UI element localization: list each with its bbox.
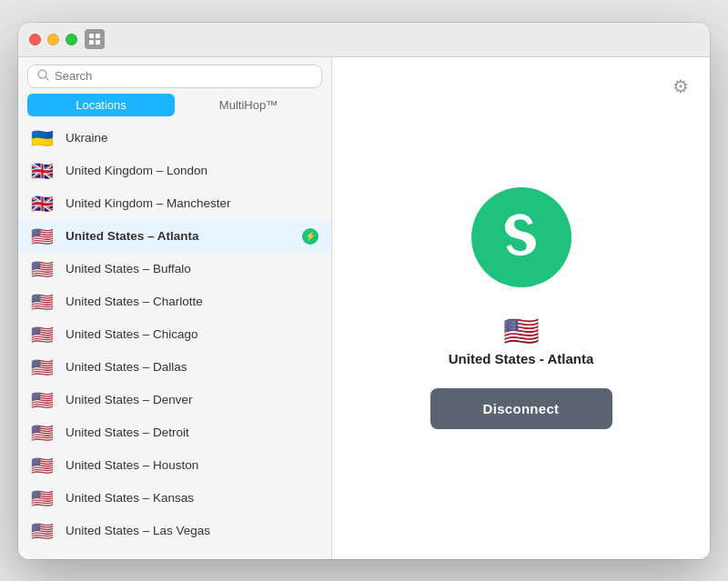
flag-icon: 🇺🇸 xyxy=(31,456,56,475)
flag-icon: 🇺🇸 xyxy=(31,260,56,278)
vpn-logo xyxy=(471,187,571,287)
svg-rect-0 xyxy=(89,34,94,38)
location-name: United States – Chicago xyxy=(66,327,318,341)
list-item[interactable]: 🇺🇸United States – Detroit xyxy=(18,416,331,449)
location-name: United Kingdom – London xyxy=(66,164,318,177)
sidebar: Locations MultiHop™ 🇺🇦Ukraine🇬🇧United Ki… xyxy=(18,57,332,559)
list-item[interactable]: 🇺🇸United States – Chicago xyxy=(18,318,331,351)
list-item[interactable]: 🇺🇸United States – Las Vegas xyxy=(18,515,331,547)
flag-icon: 🇺🇸 xyxy=(31,522,56,540)
search-bar-container xyxy=(18,57,331,94)
tab-multihop[interactable]: MultiHop™ xyxy=(175,94,322,116)
titlebar xyxy=(18,23,710,57)
tabs-container: Locations MultiHop™ xyxy=(18,94,331,122)
content-area: Locations MultiHop™ 🇺🇦Ukraine🇬🇧United Ki… xyxy=(18,57,710,559)
list-item[interactable]: 🇺🇸United States – Denver xyxy=(18,384,331,416)
location-name: United States – Houston xyxy=(66,458,318,472)
settings-button[interactable]: ⚙ xyxy=(666,72,695,101)
surfshark-logo-icon xyxy=(494,210,549,265)
connected-location-info: 🇺🇸 United States - Atlanta xyxy=(449,316,593,366)
connected-indicator xyxy=(302,228,318,245)
flag-icon: 🇺🇸 xyxy=(31,424,56,442)
location-name: United States – Buffalo xyxy=(66,262,318,275)
flag-icon: 🇺🇸 xyxy=(31,489,56,507)
close-button[interactable] xyxy=(29,34,41,45)
app-window: Locations MultiHop™ 🇺🇦Ukraine🇬🇧United Ki… xyxy=(18,23,710,559)
list-item[interactable]: 🇺🇦Ukraine xyxy=(18,122,331,155)
flag-icon: 🇺🇸 xyxy=(31,391,56,409)
svg-line-5 xyxy=(46,77,48,80)
flag-icon: 🇺🇸 xyxy=(31,227,56,245)
location-name: United States – Charlotte xyxy=(66,295,318,308)
location-name: United States – Dallas xyxy=(66,360,318,374)
connected-flag: 🇺🇸 xyxy=(503,316,540,346)
disconnect-button[interactable]: Disconnect xyxy=(430,388,612,429)
traffic-lights xyxy=(29,34,77,45)
location-list: 🇺🇦Ukraine🇬🇧United Kingdom – London🇬🇧Unit… xyxy=(18,122,331,559)
flag-icon: 🇺🇸 xyxy=(31,358,56,376)
flag-icon: 🇺🇦 xyxy=(31,129,56,147)
search-icon xyxy=(37,69,49,84)
list-item[interactable]: 🇬🇧United Kingdom – London xyxy=(18,155,331,187)
minimize-button[interactable] xyxy=(47,34,59,45)
location-name: United States – Las Vegas xyxy=(66,524,318,537)
list-item[interactable]: 🇺🇸United States – Atlanta xyxy=(18,220,331,253)
list-item[interactable]: 🇺🇸United States – Buffalo xyxy=(18,253,331,285)
window-icon xyxy=(85,29,105,49)
svg-rect-3 xyxy=(96,40,100,45)
location-name: United Kingdom – Manchester xyxy=(66,196,318,210)
svg-rect-1 xyxy=(96,34,100,38)
svg-rect-2 xyxy=(89,40,94,45)
list-item[interactable]: 🇺🇸United States – Kansas xyxy=(18,482,331,515)
list-item[interactable]: 🇺🇸United States – Dallas xyxy=(18,351,331,384)
flag-icon: 🇺🇸 xyxy=(31,326,56,344)
flag-icon: 🇬🇧 xyxy=(31,195,56,213)
search-input[interactable] xyxy=(55,69,312,83)
list-item[interactable]: 🇬🇧United Kingdom – Manchester xyxy=(18,187,331,220)
list-item[interactable]: 🇺🇸United States – Charlotte xyxy=(18,285,331,318)
maximize-button[interactable] xyxy=(66,34,77,45)
tab-locations[interactable]: Locations xyxy=(27,94,175,116)
location-name: United States – Kansas xyxy=(66,491,318,505)
main-panel: ⚙ 🇺🇸 United States - Atlanta Disconnect xyxy=(332,57,710,559)
flag-icon: 🇬🇧 xyxy=(31,162,56,180)
list-item[interactable]: 🇺🇸United States – Houston xyxy=(18,449,331,482)
location-name: United States – Atlanta xyxy=(66,229,293,243)
location-name: Ukraine xyxy=(66,131,318,145)
flag-icon: 🇺🇸 xyxy=(31,293,56,311)
location-name: United States – Detroit xyxy=(66,426,318,439)
location-name: United States – Denver xyxy=(66,393,318,406)
search-wrapper xyxy=(27,65,322,88)
connected-location-name: United States - Atlanta xyxy=(449,351,593,366)
